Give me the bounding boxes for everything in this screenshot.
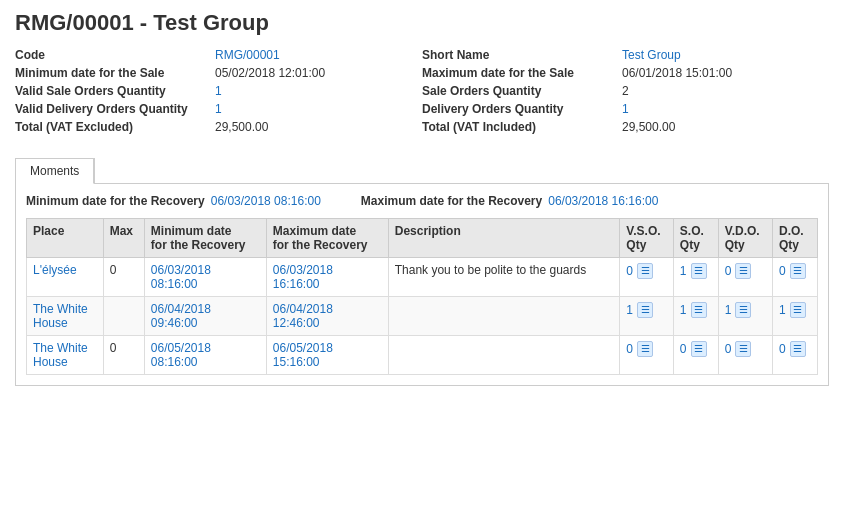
info-row: Total (VAT Excluded)29,500.00 — [15, 120, 422, 134]
col-so: S.O.Qty — [673, 219, 718, 258]
description-cell — [388, 297, 620, 336]
list-icon-button[interactable]: ☰ — [790, 263, 806, 279]
info-section: CodeRMG/00001Minimum date for the Sale05… — [15, 48, 829, 138]
list-icon-button[interactable]: ☰ — [691, 302, 707, 318]
qty-value: 0 — [779, 264, 786, 278]
info-value: 2 — [622, 84, 629, 98]
tabs-bar: Moments — [15, 158, 95, 183]
qty-cell: 1☰ — [718, 297, 772, 336]
col-min-recovery: Minimum datefor the Recovery — [144, 219, 266, 258]
place-cell: The White House — [27, 297, 104, 336]
min-recovery-link[interactable]: 06/05/2018 08:16:00 — [151, 341, 211, 369]
info-label: Maximum date for the Sale — [422, 66, 622, 80]
qty-cell: 0☰ — [718, 336, 772, 375]
list-icon-button[interactable]: ☰ — [735, 263, 751, 279]
qty-value: 1 — [626, 303, 633, 317]
qty-cell: 0☰ — [620, 258, 674, 297]
info-label: Valid Sale Orders Quantity — [15, 84, 215, 98]
info-row: Total (VAT Included)29,500.00 — [422, 120, 829, 134]
qty-value: 0 — [779, 342, 786, 356]
qty-cell: 1☰ — [773, 297, 818, 336]
max-recovery-link[interactable]: 06/05/2018 15:16:00 — [273, 341, 333, 369]
info-value: RMG/00001 — [215, 48, 280, 62]
min-recovery-value: 06/03/2018 08:16:00 — [211, 194, 321, 208]
table-header-row: Place Max Minimum datefor the Recovery M… — [27, 219, 818, 258]
col-do: D.O.Qty — [773, 219, 818, 258]
info-value: 05/02/2018 12:01:00 — [215, 66, 325, 80]
list-icon-button[interactable]: ☰ — [790, 341, 806, 357]
place-link[interactable]: L'élysée — [33, 263, 77, 277]
qty-cell: 0☰ — [773, 336, 818, 375]
max-recovery-link[interactable]: 06/04/2018 12:46:00 — [273, 302, 333, 330]
info-row: Valid Sale Orders Quantity1 — [15, 84, 422, 98]
list-icon-button[interactable]: ☰ — [790, 302, 806, 318]
info-label: Sale Orders Quantity — [422, 84, 622, 98]
description-cell: Thank you to be polite to the guards — [388, 258, 620, 297]
info-label: Short Name — [422, 48, 622, 62]
info-row: Valid Delivery Orders Quantity1 — [15, 102, 422, 116]
qty-cell: 0☰ — [773, 258, 818, 297]
qty-value: 0 — [725, 264, 732, 278]
place-link[interactable]: The White House — [33, 302, 88, 330]
tab-content: Minimum date for the Recovery 06/03/2018… — [15, 183, 829, 386]
description-cell — [388, 336, 620, 375]
place-cell: The White House — [27, 336, 104, 375]
list-icon-button[interactable]: ☰ — [637, 302, 653, 318]
list-icon-button[interactable]: ☰ — [691, 263, 707, 279]
info-row: Short NameTest Group — [422, 48, 829, 62]
table-row: The White House06/04/2018 09:46:0006/04/… — [27, 297, 818, 336]
qty-cell: 0☰ — [718, 258, 772, 297]
tab-moments[interactable]: Moments — [16, 159, 94, 184]
page-container: RMG/00001 - Test Group CodeRMG/00001Mini… — [0, 0, 844, 396]
col-place: Place — [27, 219, 104, 258]
info-value: 29,500.00 — [622, 120, 675, 134]
min-recovery-link[interactable]: 06/04/2018 09:46:00 — [151, 302, 211, 330]
max-recovery-link[interactable]: 06/03/2018 16:16:00 — [273, 263, 333, 291]
col-vso: V.S.O.Qty — [620, 219, 674, 258]
info-value: 1 — [215, 102, 222, 116]
qty-cell: 0☰ — [673, 336, 718, 375]
info-value: 29,500.00 — [215, 120, 268, 134]
col-vdo: V.D.O.Qty — [718, 219, 772, 258]
max-recovery-cell: 06/04/2018 12:46:00 — [266, 297, 388, 336]
qty-cell: 1☰ — [620, 297, 674, 336]
info-value: 1 — [215, 84, 222, 98]
max-recovery-value: 06/03/2018 16:16:00 — [548, 194, 658, 208]
qty-cell: 1☰ — [673, 297, 718, 336]
tabs-wrapper: Moments Minimum date for the Recovery 06… — [15, 150, 829, 386]
qty-cell: 0☰ — [620, 336, 674, 375]
info-value: Test Group — [622, 48, 681, 62]
table-row: L'élysée006/03/2018 08:16:0006/03/2018 1… — [27, 258, 818, 297]
place-link[interactable]: The White House — [33, 341, 88, 369]
info-value: 1 — [622, 102, 629, 116]
info-value: 06/01/2018 15:01:00 — [622, 66, 732, 80]
max-cell — [103, 297, 144, 336]
max-cell: 0 — [103, 258, 144, 297]
info-row: CodeRMG/00001 — [15, 48, 422, 62]
max-recovery-cell: 06/05/2018 15:16:00 — [266, 336, 388, 375]
max-recovery-label: Maximum date for the Recovery — [361, 194, 542, 208]
qty-value: 1 — [779, 303, 786, 317]
info-label: Total (VAT Excluded) — [15, 120, 215, 134]
list-icon-button[interactable]: ☰ — [735, 302, 751, 318]
max-cell: 0 — [103, 336, 144, 375]
recovery-dates: Minimum date for the Recovery 06/03/2018… — [26, 194, 818, 208]
list-icon-button[interactable]: ☰ — [735, 341, 751, 357]
info-label: Code — [15, 48, 215, 62]
qty-cell: 1☰ — [673, 258, 718, 297]
min-recovery-link[interactable]: 06/03/2018 08:16:00 — [151, 263, 211, 291]
page-title: RMG/00001 - Test Group — [15, 10, 829, 36]
info-row: Minimum date for the Sale05/02/2018 12:0… — [15, 66, 422, 80]
list-icon-button[interactable]: ☰ — [691, 341, 707, 357]
info-label: Total (VAT Included) — [422, 120, 622, 134]
qty-value: 1 — [725, 303, 732, 317]
qty-value: 1 — [680, 303, 687, 317]
info-label: Valid Delivery Orders Quantity — [15, 102, 215, 116]
info-label: Delivery Orders Quantity — [422, 102, 622, 116]
list-icon-button[interactable]: ☰ — [637, 263, 653, 279]
max-recovery-cell: 06/03/2018 16:16:00 — [266, 258, 388, 297]
list-icon-button[interactable]: ☰ — [637, 341, 653, 357]
min-recovery-cell: 06/04/2018 09:46:00 — [144, 297, 266, 336]
min-recovery-label: Minimum date for the Recovery — [26, 194, 205, 208]
info-col-left: CodeRMG/00001Minimum date for the Sale05… — [15, 48, 422, 138]
